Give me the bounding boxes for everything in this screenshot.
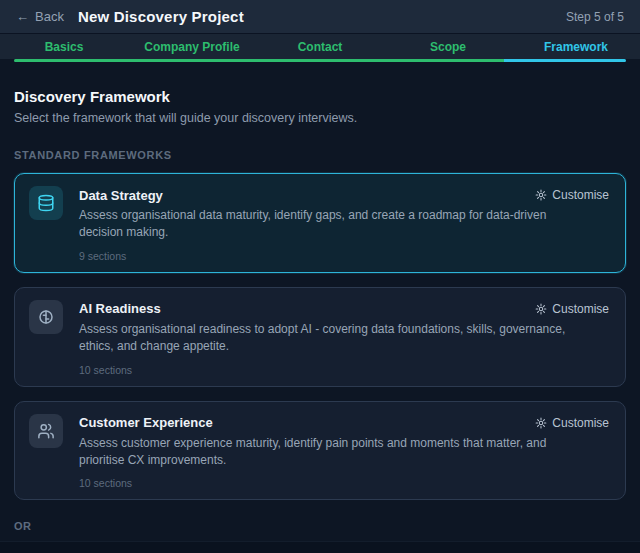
step-indicator: Step 5 of 5 [566, 10, 624, 24]
users-icon [29, 414, 63, 448]
back-label: Back [35, 9, 64, 24]
card-description: Assess customer experience maturity, ide… [79, 435, 609, 470]
framework-card-customer-experience[interactable]: Customer Experience Customise Assess cus… [14, 401, 626, 501]
gear-icon [535, 189, 547, 201]
tab-framework[interactable]: Framework [512, 40, 640, 54]
card-title: Customer Experience [79, 415, 213, 430]
gear-icon [535, 303, 547, 315]
header-bar: ← Back New Discovery Project Step 5 of 5 [0, 0, 640, 34]
step-progress-bar [14, 59, 626, 62]
customise-label: Customise [552, 416, 609, 430]
framework-card-list: Data Strategy Customise Assess organisat… [14, 173, 626, 500]
ai-brain-icon [29, 300, 63, 334]
or-divider-label: OR [14, 520, 626, 532]
back-button[interactable]: ← Back [16, 9, 64, 24]
main-content: Discovery Framework Select the framework… [0, 88, 640, 553]
tab-contact[interactable]: Contact [256, 40, 384, 54]
page-title: New Discovery Project [78, 8, 244, 25]
customise-label: Customise [552, 188, 609, 202]
wizard-tab-bar: Basics Company Profile Contact Scope Fra… [0, 34, 640, 59]
customise-button[interactable]: Customise [535, 188, 609, 202]
tab-company-profile[interactable]: Company Profile [128, 40, 256, 54]
framework-card-data-strategy[interactable]: Data Strategy Customise Assess organisat… [14, 173, 626, 273]
customise-button[interactable]: Customise [535, 302, 609, 316]
gear-icon [535, 417, 547, 429]
card-description: Assess organisational readiness to adopt… [79, 321, 609, 356]
card-title-row: Data Strategy Customise [79, 186, 609, 204]
card-section-count: 10 sections [79, 477, 609, 489]
framework-subheading: Select the framework that will guide you… [14, 111, 626, 125]
standard-frameworks-label: STANDARD FRAMEWORKS [14, 149, 626, 161]
tab-basics[interactable]: Basics [0, 40, 128, 54]
card-section-count: 9 sections [79, 250, 609, 262]
card-title-row: AI Readiness Customise [79, 300, 609, 318]
customise-label: Customise [552, 302, 609, 316]
card-description: Assess organisational data maturity, ide… [79, 207, 609, 242]
framework-card-ai-readiness[interactable]: AI Readiness Customise Assess organisati… [14, 287, 626, 387]
customise-button[interactable]: Customise [535, 416, 609, 430]
card-section-count: 10 sections [79, 364, 609, 376]
database-icon [29, 186, 63, 220]
tab-scope[interactable]: Scope [384, 40, 512, 54]
footer-strip [0, 541, 640, 553]
card-title: AI Readiness [79, 301, 161, 316]
progress-active-segment [504, 59, 626, 62]
card-title-row: Customer Experience Customise [79, 414, 609, 432]
back-arrow-icon: ← [16, 9, 29, 24]
framework-heading: Discovery Framework [14, 88, 626, 105]
progress-completed-segment [14, 59, 504, 62]
card-title: Data Strategy [79, 188, 163, 203]
